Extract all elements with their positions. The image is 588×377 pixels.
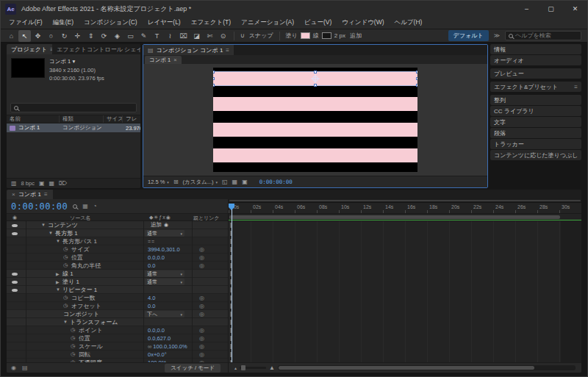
property-value[interactable]: 0.0,0.0 [148,254,165,261]
timeline-row[interactable]: ▼リピーター 1 [7,286,228,294]
close-icon[interactable]: × [173,57,176,63]
selection-handle[interactable] [416,77,417,80]
stopwatch-icon[interactable]: ◷ [71,343,77,349]
parent-pickwhip-icon[interactable]: ◎ [199,359,204,362]
visibility-eye-icon[interactable] [12,289,18,292]
work-area-bar[interactable] [229,215,560,219]
transparency-grid-icon[interactable]: ▦ [232,179,238,185]
blend-mode-select[interactable]: 通常▾ [145,279,184,285]
property-value[interactable]: 4.0 [148,294,155,301]
timeline-horizontal-scrollbar[interactable] [278,365,576,370]
stopwatch-icon[interactable]: ◷ [71,359,77,362]
parent-pickwhip-icon[interactable]: ◎ [199,343,204,350]
zoom-in-icon[interactable]: ▲ [269,365,275,371]
timeline-row[interactable]: ▼長方形 1通常▾ [7,229,228,237]
maximize-button[interactable]: ▢ [539,1,563,17]
tab-composition[interactable]: ▤ コンポジション コンポ 1 ≡ [143,45,234,55]
timeline-row[interactable]: ▼トランスフォーム [7,318,228,326]
timeline-row[interactable]: ▼長方形パス 1== [7,237,228,245]
app-icon[interactable]: Ae [5,4,16,15]
property-label[interactable]: 不透明度 [79,359,102,363]
property-label[interactable]: 線 1 [62,270,74,278]
grid-guides-icon[interactable]: ⊞ [173,179,179,185]
snap-toggle[interactable]: スナップ [249,32,273,40]
selection-handle[interactable] [213,84,215,87]
close-icon[interactable]: × [12,191,15,198]
menu-item[interactable]: ビュー(V) [299,18,337,27]
scrollbar-thumb[interactable] [279,366,534,370]
selection-handle[interactable] [416,84,417,87]
selection-handle[interactable] [416,71,417,73]
property-label[interactable]: コンテンツ [48,221,78,229]
composition-viewport[interactable] [143,64,487,176]
timeline-row[interactable]: ◷スケール∞100.0,100.0%◎ [7,342,228,351]
dolly-camera-tool-icon[interactable]: ⇕ [85,30,97,42]
property-value[interactable]: 0.0 [148,302,155,309]
timeline-row[interactable]: ◷回転0x+0.0°◎ [7,351,228,359]
new-folder-icon[interactable]: ▣ [39,180,45,187]
parent-pickwhip-icon[interactable]: ◎ [199,262,204,269]
close-button[interactable]: ✕ [563,1,587,17]
property-label[interactable]: 塗り 1 [62,278,79,286]
property-label[interactable]: サイズ [71,245,90,254]
menu-item[interactable]: エフェクト(T) [186,18,236,27]
property-label[interactable]: コピー数 [71,294,95,302]
timeline-tab-comp1[interactable]: × コンポ 1 ≡ [7,190,53,199]
parent-pickwhip-icon[interactable]: ◎ [199,311,204,317]
timeline-row[interactable]: ◷ポイント0.0,0.0◎ [7,326,228,334]
parent-pickwhip-icon[interactable]: ◎ [199,254,204,261]
sidebar-panel-8[interactable]: トラッカー [490,139,581,149]
selection-handle[interactable] [314,84,317,87]
composition-canvas[interactable] [213,68,417,172]
current-time-display[interactable]: 0:00:00:00 [11,201,68,212]
stroke-width-value[interactable]: 2 px [334,32,345,39]
zoom-tool-icon[interactable]: ○ [45,30,57,42]
timeline-row[interactable]: ▶線 1通常▾ [7,270,228,278]
timeline-row[interactable]: ◷コピー数4.0◎ [7,294,228,302]
stopwatch-icon[interactable]: ◷ [71,327,77,333]
shape-tool-icon[interactable]: ▭ [124,30,137,42]
home-icon[interactable]: ⌂ [5,30,18,42]
region-of-interest-icon[interactable]: ◱ [222,179,228,185]
project-item-row[interactable]: コンポ 1 コンポジション 23.976 [7,123,140,132]
parent-pickwhip-icon[interactable]: ◎ [199,246,204,253]
eraser-tool-icon[interactable]: ◪ [190,30,203,42]
property-label[interactable]: 角丸の半径 [71,262,101,270]
shape-layer-stripe[interactable] [213,72,417,85]
viewer-tab-comp1[interactable]: コンポ 1 × [145,56,182,64]
property-value[interactable]: 0.0,627.0 [148,334,171,342]
property-label[interactable]: 長方形パス 1 [62,237,97,245]
visibility-eye-icon[interactable] [12,281,18,284]
orbit-camera-tool-icon[interactable]: ↻ [58,30,71,42]
camera-view-icon[interactable]: ▣ [242,179,248,185]
panel-menu-icon[interactable]: ≡ [44,191,48,198]
add-shape-menu[interactable]: 追加◉ [151,221,168,229]
workspace-selector[interactable]: デフォルト [448,30,489,41]
twirl-arrow-icon[interactable]: ▼ [63,320,68,324]
text-tool-icon[interactable]: T [151,30,163,42]
timeline-row[interactable]: ▶塗り 1通常▾ [7,278,228,286]
path-direction-badge[interactable]: == [148,237,155,245]
interpret-footage-icon[interactable]: ▥ [11,180,17,187]
property-value[interactable]: 100.0% [148,359,166,362]
parent-pickwhip-icon[interactable]: ◎ [199,295,204,301]
shape-layer-stripe[interactable] [213,148,417,162]
sidebar-panel-2[interactable]: プレビュー [490,68,581,79]
fill-label[interactable]: 塗り [286,32,298,40]
time-ruler[interactable]: 00s02s04s06s08s10s12s14s16s18s20s22s24s2… [229,203,581,214]
stopwatch-icon[interactable]: ◷ [63,254,70,260]
roto-brush-tool-icon[interactable]: ✄ [204,30,216,42]
delete-trash-icon[interactable]: ⌦ [59,180,67,187]
timeline-row[interactable]: ◷位置0.0,627.0◎ [7,334,228,342]
stopwatch-icon[interactable]: ◷ [71,351,77,357]
tab-effect-controls[interactable]: エフェクトコントロール シェイプ [52,44,140,54]
blend-mode-select[interactable]: 通常▾ [145,230,184,237]
expand-layers-icon[interactable]: ◉ [11,365,16,371]
magnification-select[interactable]: 12.5 % ▾ [148,179,169,185]
twirl-arrow-icon[interactable]: ▶ [56,279,61,284]
pen-tool-icon[interactable]: ✎ [137,30,150,42]
clone-stamp-tool-icon[interactable]: ⌧ [177,30,190,42]
zoom-out-icon[interactable]: ▴ [234,365,237,370]
property-label[interactable]: トランスフォーム [70,318,118,326]
panel-list-icon[interactable]: ▤ [148,47,154,54]
